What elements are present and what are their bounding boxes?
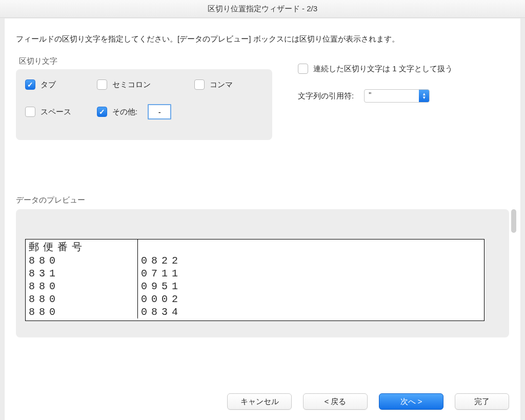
preview-cell: 0002 [138, 293, 484, 306]
scrollbar-thumb[interactable] [511, 209, 516, 233]
table-row: 8800002 [26, 293, 484, 306]
preview-cell: 0834 [138, 306, 484, 318]
table-row: 8310711 [26, 267, 484, 280]
preview-title: データのプレビュー [16, 195, 509, 205]
chevron-updown-icon: ▲▼ [419, 90, 429, 102]
finish-button[interactable]: 完了 [455, 393, 509, 410]
space-checkbox-label: スペース [41, 107, 71, 117]
table-row: 8800951 [26, 280, 484, 293]
window-title: 区切り位置指定ウィザード - 2/3 [0, 0, 525, 18]
comma-checkbox-label: コンマ [210, 80, 233, 90]
delimiter-panel: タブ セミコロン コンマ スペース [16, 69, 272, 140]
preview-cell: 0951 [138, 280, 484, 293]
preview-cell: 880 [26, 306, 137, 318]
table-row: 8800834 [26, 306, 484, 318]
delimiter-group-title: 区切り文字 [19, 56, 272, 66]
other-checkbox[interactable] [97, 107, 107, 117]
space-checkbox[interactable] [25, 107, 35, 117]
text-qualifier-label: 文字列の引用符: [298, 91, 354, 101]
preview-cell: 831 [26, 267, 137, 280]
preview-panel: 郵便番号 8800822 8310711 8800951 8800002 880… [16, 209, 509, 337]
preview-cell: 0711 [138, 267, 484, 280]
preview-cell: 0822 [138, 254, 484, 267]
next-button[interactable]: 次へ > [379, 393, 443, 410]
text-qualifier-value: " [365, 90, 419, 102]
preview-box: 郵便番号 8800822 8310711 8800951 8800002 880… [25, 239, 484, 321]
other-checkbox-label: その他: [112, 107, 137, 117]
back-button[interactable]: < 戻る [303, 393, 368, 410]
tab-checkbox-label: タブ [41, 80, 56, 90]
wizard-window: フィールドの区切り文字を指定してください。[データのプレビュー] ボックスには区… [4, 18, 521, 420]
text-qualifier-select[interactable]: " ▲▼ [364, 89, 430, 103]
semicolon-checkbox[interactable] [97, 79, 107, 90]
table-row: 郵便番号 [26, 239, 484, 254]
preview-cell: 880 [26, 293, 137, 306]
instruction-text: フィールドの区切り文字を指定してください。[データのプレビュー] ボックスには区… [16, 33, 509, 45]
preview-cell [138, 239, 484, 254]
cancel-button[interactable]: キャンセル [227, 393, 292, 410]
comma-checkbox[interactable] [194, 79, 205, 90]
other-delimiter-input[interactable] [148, 104, 171, 119]
preview-cell: 880 [26, 254, 137, 267]
semicolon-checkbox-label: セミコロン [112, 80, 151, 90]
consecutive-delimiters-label: 連続した区切り文字は 1 文字として扱う [313, 64, 453, 74]
table-row: 8800822 [26, 254, 484, 267]
preview-cell: 880 [26, 280, 137, 293]
preview-cell: 郵便番号 [26, 239, 137, 254]
tab-checkbox[interactable] [25, 79, 35, 90]
consecutive-delimiters-checkbox[interactable] [298, 64, 308, 74]
